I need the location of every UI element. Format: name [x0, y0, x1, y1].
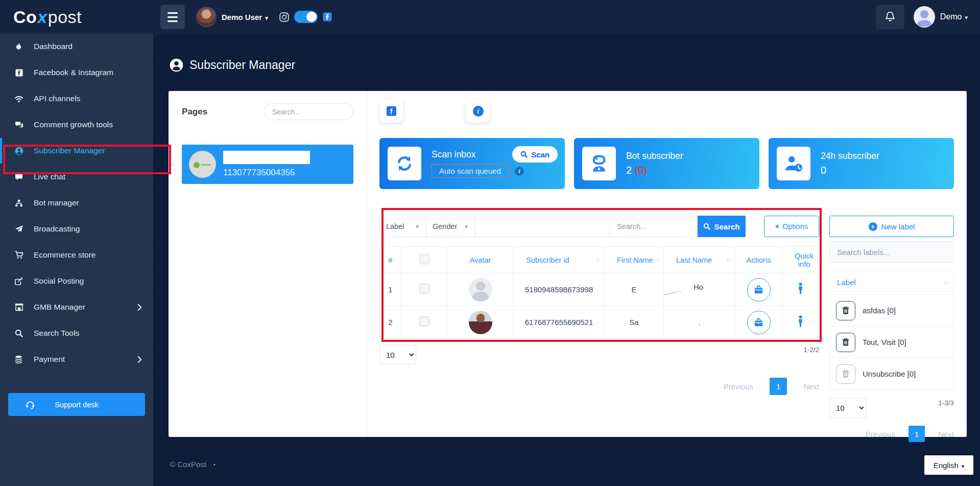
- facebook-icon: f: [387, 106, 396, 116]
- inbox-action-button[interactable]: [747, 278, 771, 302]
- gender-filter-dropdown[interactable]: Gender▼: [426, 216, 475, 237]
- sort-icon[interactable]: ↑↓: [595, 257, 599, 264]
- delete-label-button[interactable]: [836, 364, 855, 384]
- sidebar-item-live-chat[interactable]: Live chat: [0, 164, 153, 190]
- sidebar-item-gmb-manager[interactable]: GMB Manager: [0, 294, 153, 320]
- sort-icon[interactable]: ↑↓: [814, 257, 818, 264]
- sidebar-item-label: Search Tools: [34, 329, 79, 338]
- scan-button[interactable]: Scan: [512, 146, 558, 163]
- first-name: E: [605, 273, 664, 306]
- sidebar-item-ecommerce-store[interactable]: Ecommerce store: [0, 242, 153, 268]
- user-circle-icon: [13, 147, 25, 155]
- sidebar-item-social-posting[interactable]: Social Posting: [0, 268, 153, 294]
- column-header-avatar[interactable]: Avatar: [447, 247, 514, 273]
- sidebar-item-facebook-instagram[interactable]: Facebook & Instagram: [0, 60, 153, 86]
- labels-search-input[interactable]: [829, 241, 954, 263]
- page-size-select[interactable]: 10: [379, 345, 416, 364]
- sidebar-item-subscriber-manager[interactable]: Subscriber Manager: [0, 138, 153, 164]
- column-header-first-name[interactable]: First Name↑↓: [605, 247, 664, 273]
- notifications-button[interactable]: [876, 5, 904, 29]
- labels-column-header[interactable]: Label ↑↓: [830, 270, 953, 295]
- search-button[interactable]: Search: [698, 216, 746, 237]
- column-header-num[interactable]: #: [380, 247, 401, 273]
- label-list-item[interactable]: Tout, Visit [0]: [830, 327, 953, 358]
- subscriber-manager-icon: [170, 58, 183, 72]
- pages-search-input[interactable]: [264, 103, 353, 120]
- coxpost-logo[interactable]: Coxpost: [0, 7, 153, 27]
- row-checkbox[interactable]: [419, 316, 429, 327]
- language-selector[interactable]: English▾: [924, 455, 973, 475]
- label-list-item[interactable]: Unsubscribe [0]: [830, 358, 953, 390]
- sort-icon[interactable]: ↑↓: [726, 257, 730, 264]
- subscriber-search-input[interactable]: [610, 216, 698, 237]
- bot-subscriber-count: 2 (0): [626, 165, 683, 176]
- hamburger-menu-icon[interactable]: [160, 5, 185, 29]
- column-header-subscriber-id[interactable]: Subscriber id↑↓: [514, 247, 605, 273]
- label-filter-dropdown[interactable]: Label▼: [379, 216, 426, 237]
- tab-info[interactable]: i: [466, 99, 490, 123]
- info-icon[interactable]: i: [515, 167, 524, 176]
- wifi-icon: [13, 95, 25, 103]
- column-header-quick-info[interactable]: Quick info↑↓: [782, 247, 819, 273]
- account-avatar[interactable]: [914, 6, 935, 28]
- support-desk-label: Support desk: [55, 401, 98, 409]
- topbar: Coxpost Demo User▾ Demo▾: [0, 0, 980, 34]
- page-list-item[interactable]: 113077735004355: [182, 145, 353, 184]
- delete-label-button[interactable]: [836, 301, 855, 320]
- sidebar-item-payment[interactable]: Payment: [0, 346, 153, 373]
- row-checkbox[interactable]: [419, 284, 429, 294]
- subscriber-avatar: [469, 311, 492, 334]
- search-icon: [520, 151, 528, 158]
- column-header-actions[interactable]: Actions: [735, 247, 782, 273]
- next-page-button[interactable]: Next: [938, 430, 954, 438]
- logo-part-x: x: [37, 7, 47, 27]
- inbox-action-button[interactable]: [747, 311, 771, 334]
- row-number: 2: [380, 306, 401, 339]
- next-page-button[interactable]: Next: [803, 382, 819, 391]
- caret-left-icon: [775, 224, 778, 228]
- delete-label-button[interactable]: [836, 333, 855, 352]
- page-avatar: [189, 151, 216, 178]
- user-clock-icon: [777, 147, 810, 180]
- current-page-button[interactable]: 1: [770, 378, 787, 395]
- content-panel: Pages 113077735004355 f i: [169, 91, 967, 437]
- quick-info-button[interactable]: [797, 283, 804, 295]
- column-header-last-name[interactable]: Last Name↑↓: [664, 247, 735, 273]
- sidebar-item-broadcasting[interactable]: Broadcasting: [0, 216, 153, 242]
- account-menu[interactable]: Demo▾: [940, 12, 968, 21]
- sidebar-item-bot-manager[interactable]: Bot manager: [0, 190, 153, 216]
- comments-icon: [13, 121, 25, 129]
- sidebar-item-api-channels[interactable]: API channels: [0, 86, 153, 112]
- sidebar-item-comment-growth-tools[interactable]: Comment growth tools: [0, 112, 153, 138]
- new-label-button[interactable]: + New label: [829, 216, 954, 237]
- filter-value-input[interactable]: [475, 216, 610, 237]
- page-title-text: Subscriber Manager: [189, 58, 295, 72]
- tab-facebook[interactable]: f: [379, 99, 403, 123]
- support-desk-button[interactable]: Support desk: [8, 393, 145, 416]
- previous-page-button[interactable]: Previous: [724, 382, 753, 391]
- options-button[interactable]: Options: [764, 216, 819, 237]
- label-list-item[interactable]: asfdas [0]: [830, 295, 953, 327]
- platform-toggle[interactable]: [294, 11, 318, 23]
- sidebar-item-label: Subscriber Manager: [34, 146, 105, 155]
- current-page-button[interactable]: 1: [909, 426, 925, 442]
- sidebar-item-dashboard[interactable]: Dashboard: [0, 34, 153, 60]
- sidebar-item-label: Payment: [34, 355, 65, 364]
- previous-page-button[interactable]: Previous: [866, 430, 895, 438]
- sort-icon[interactable]: ↑↓: [654, 257, 658, 264]
- new-label-label: New label: [881, 222, 915, 231]
- quick-info-button[interactable]: [797, 315, 804, 328]
- first-name: Sa: [605, 306, 664, 339]
- user-avatar[interactable]: [196, 7, 217, 27]
- sidebar-item-label: Dashboard: [34, 42, 73, 51]
- scan-inbox-title: Scan inbox: [432, 149, 524, 160]
- sidebar-item-search-tools[interactable]: Search Tools: [0, 320, 153, 346]
- sort-icon[interactable]: ↑↓: [943, 279, 947, 286]
- labels-list: Label ↑↓ asfdas [0] Tout, Visit [0]: [829, 270, 954, 390]
- labels-page-size-select[interactable]: 10: [829, 398, 866, 418]
- subscriber-table: # Avatar Subscriber id↑↓ First Name↑↓ La…: [379, 246, 819, 339]
- user-menu[interactable]: Demo User▾: [222, 13, 268, 21]
- user-name: Demo User: [222, 13, 262, 21]
- select-all-checkbox[interactable]: [419, 254, 429, 264]
- app-window: Coxpost Demo User▾ Demo▾ Dashboard: [0, 0, 980, 486]
